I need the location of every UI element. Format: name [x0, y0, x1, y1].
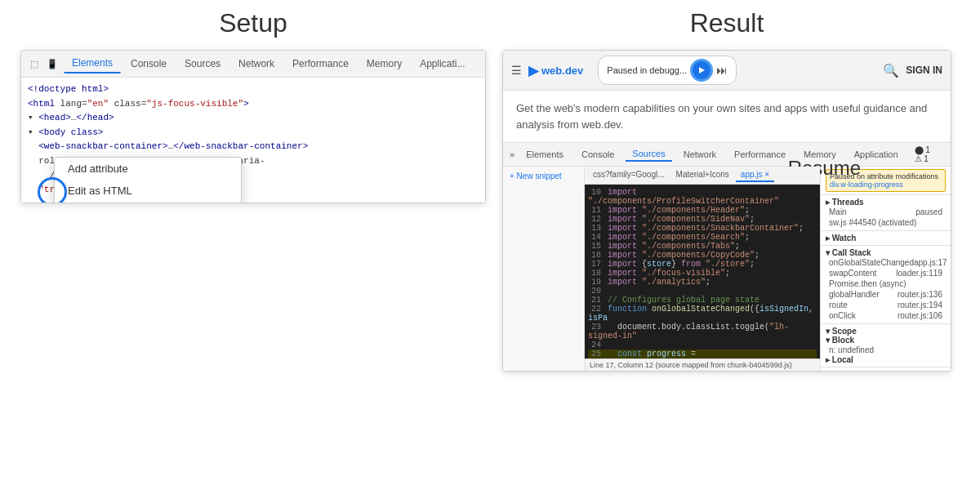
block-title: ▾ Block — [826, 336, 946, 345]
code-line-20: 20 — [588, 287, 817, 296]
status-bar: Line 17, Column 12 (source mapped from c… — [585, 359, 820, 371]
result-section: Result ☰ ▶ web.dev Paused in debugg... ⏭… — [490, 0, 964, 474]
code-line-16: 16import "./components/CopyCode"; — [588, 251, 817, 260]
stack-name-5: route — [829, 301, 848, 310]
source-file-tabs: css?family=Googl... Material+Icons app.j… — [585, 167, 820, 185]
signin-label[interactable]: SIGN IN — [906, 65, 942, 76]
lower-toolbar: » Elements Console Sources Network Perfo… — [503, 143, 951, 167]
code-line-15: 15import "./components/Tabs"; — [588, 242, 817, 251]
devtools-toolbar: ⬚ 📱 Elements Console Sources Network Per… — [21, 51, 485, 78]
menu-delete-element[interactable]: Delete element — [55, 202, 241, 203]
code-line-18: 18import "./focus-visible"; — [588, 269, 817, 278]
devtools-lower-panel: » Elements Console Sources Network Perfo… — [503, 143, 951, 371]
paused-badge: Paused in debugg... ⏭ — [598, 56, 737, 85]
lower-tab-performance[interactable]: Performance — [728, 148, 792, 161]
watch-section: ▸ Watch — [821, 231, 951, 246]
stack-name-4: globalHandler — [829, 290, 880, 299]
code-line-11: 11import "./components/Header"; — [588, 206, 817, 215]
paused-text: Paused in debugg... — [607, 65, 687, 75]
stack-row-6: onClick router.js:106 — [826, 310, 946, 321]
inspect-icon[interactable]: ⬚ — [28, 57, 41, 70]
webdev-logo: ▶ web.dev — [528, 63, 583, 78]
lower-tab-console[interactable]: Console — [575, 148, 621, 161]
website-content: Get the web's modern capabilities on you… — [503, 91, 951, 143]
lower-tab-elements[interactable]: Elements — [519, 148, 570, 161]
new-snippet-button[interactable]: + New snippet — [506, 170, 581, 182]
resume-button[interactable] — [690, 59, 713, 82]
setup-title: Setup — [219, 8, 287, 38]
result-window: ☰ ▶ web.dev Paused in debugg... ⏭ 🔍 SIGN… — [502, 50, 951, 372]
stack-file-2: loader.js:119 — [896, 269, 942, 278]
stack-row-3: Promise.then (async) — [826, 278, 946, 289]
code-line-10: 10import "./components/ProfileSwitcherCo… — [588, 188, 817, 206]
stack-name-2: swapContent — [829, 269, 876, 278]
local-title: ▸ Local — [826, 355, 946, 364]
sources-panel: + New snippet — [503, 167, 585, 371]
hamburger-icon[interactable]: ☰ — [511, 64, 522, 77]
code-line-24: 24 — [588, 341, 817, 350]
stack-name-1: onGlobalStateChanged — [829, 258, 914, 267]
search-icon[interactable]: 🔍 — [883, 63, 899, 78]
setup-section: Setup ⬚ 📱 Elements Console Sources Netwo… — [16, 0, 490, 474]
stack-name-6: onClick — [829, 311, 856, 320]
code-line-19: 19import "./analytics"; — [588, 278, 817, 287]
device-icon[interactable]: 📱 — [46, 57, 59, 70]
stack-file-1: app.js:17 — [914, 258, 947, 267]
code-line-22: 22function onGlobalStateChanged({isSigne… — [588, 305, 817, 323]
watch-title: ▸ Watch — [826, 234, 946, 243]
sw-label: sw.js #44540 (activated) — [829, 218, 916, 227]
stack-row-5: route router.js:194 — [826, 300, 946, 310]
stack-name-3: Promise.then (async) — [829, 279, 906, 288]
ellipsis-indicator — [38, 177, 67, 203]
code-line-14: 14import "./components/Search"; — [588, 233, 817, 242]
tab-memory[interactable]: Memory — [359, 55, 410, 73]
stack-file-4: router.js:136 — [898, 290, 942, 299]
expand-icon[interactable]: » — [510, 149, 514, 159]
stack-row-2: swapContent loader.js:119 — [826, 268, 946, 278]
stack-file-6: router.js:106 — [898, 311, 942, 320]
tab-performance[interactable]: Performance — [284, 55, 357, 73]
threads-title: ▸ Threads — [826, 198, 946, 207]
code-line-25-highlight: 25 const progress = document.querySelect… — [588, 350, 817, 359]
tab-network[interactable]: Network — [230, 55, 283, 73]
tab-sources[interactable]: Sources — [176, 55, 229, 73]
stack-row-4: globalHandler router.js:136 — [826, 289, 946, 300]
lower-tab-network[interactable]: Network — [677, 148, 723, 161]
menu-add-attribute[interactable]: Add attribute — [55, 158, 241, 180]
status-bar-text: Line 17, Column 12 (source mapped from c… — [590, 361, 792, 369]
tab-elements[interactable]: Elements — [64, 54, 121, 74]
code-line-21: 21// Configures global page state — [588, 296, 817, 305]
tab-console[interactable]: Console — [122, 55, 175, 73]
context-menu: Add attribute Edit as HTML Delete elemen… — [54, 157, 242, 203]
scope-section: ▾ Scope ▾ Block n: undefined ▸ Local — [821, 324, 951, 368]
stack-row-1: onGlobalStateChanged app.js:17 — [826, 257, 946, 268]
call-stack-section: ▾ Call Stack onGlobalStateChanged app.js… — [821, 246, 951, 324]
skip-icon[interactable]: ⏭ — [716, 64, 728, 77]
source-tab-appjs[interactable]: app.js × — [736, 168, 774, 182]
paused-elem: div.w-loading-progress — [830, 180, 942, 189]
lower-tab-sources[interactable]: Sources — [626, 147, 671, 162]
scope-title: ▾ Scope — [826, 327, 946, 336]
webdev-url: web.dev — [541, 65, 583, 77]
code-line-17: 17import {store} from "./store"; — [588, 260, 817, 269]
code-line-3: ▾ <head>…</head> — [28, 111, 479, 126]
menu-edit-as-html[interactable]: Edit as HTML — [55, 180, 241, 202]
tab-application[interactable]: Applicati... — [412, 55, 473, 73]
main-thread-label: Main — [829, 207, 847, 216]
source-tab-icons[interactable]: Material+Icons — [671, 168, 734, 182]
webdev-logo-icon: ▶ — [528, 63, 538, 78]
source-tab-css[interactable]: css?family=Googl... — [588, 168, 670, 182]
code-line-4: ▾ <body class> — [28, 126, 479, 140]
result-title: Result — [690, 8, 764, 38]
threads-section: ▸ Threads Main paused sw.js #44540 (acti… — [821, 195, 951, 231]
devtools-window-setup: ⬚ 📱 Elements Console Sources Network Per… — [20, 50, 486, 203]
debug-icons: ⬤ 1 ⚠ 1 — [915, 145, 944, 163]
stack-file-5: router.js:194 — [898, 301, 942, 310]
n-label: n: undefined — [829, 345, 874, 354]
code-line-5: <web-snackbar-container>…</web-snackbar-… — [28, 140, 479, 154]
code-line-1: <!doctype html> — [28, 82, 479, 97]
main-thread-row: Main paused — [826, 207, 946, 217]
debug-panel: Paused on attribute modifications div.w-… — [820, 167, 951, 371]
devtools-lower-content: + New snippet css?family=Googl... Materi… — [503, 167, 951, 371]
code-panel-container: css?family=Googl... Material+Icons app.j… — [585, 167, 820, 371]
